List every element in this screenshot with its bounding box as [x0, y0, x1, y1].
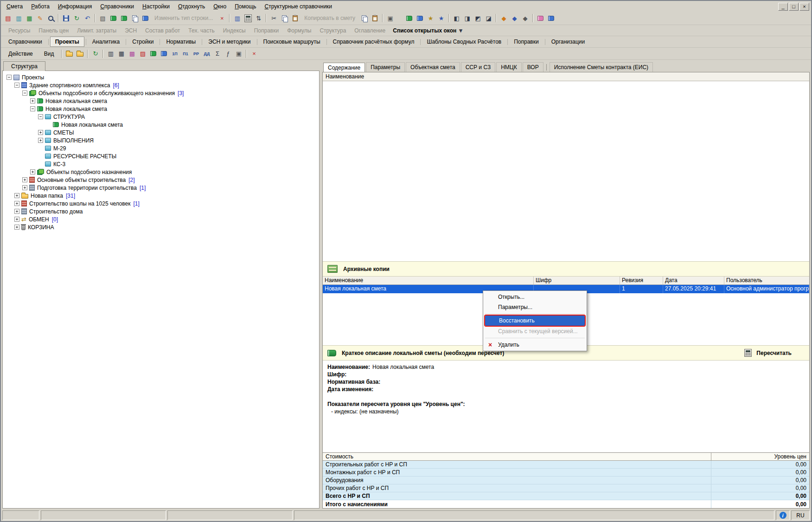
tab-stroyki[interactable]: Стройки [128, 37, 158, 46]
methods-pink-icon[interactable] [535, 13, 546, 23]
close-button[interactable]: × [799, 3, 809, 11]
menu-rabota[interactable]: Работа [27, 2, 54, 11]
tab-ssr-sz[interactable]: ССР и СЗ [461, 62, 496, 72]
copy-sheet-icon[interactable] [359, 13, 370, 23]
tree-expand-toggle[interactable] [14, 217, 19, 222]
col-revizia[interactable]: Ревизия [620, 277, 663, 284]
properties-icon[interactable]: ▣ [385, 13, 396, 23]
resources-icon[interactable]: ◆ [499, 13, 509, 23]
menu-nastroyki[interactable]: Настройки [138, 2, 174, 11]
tree-item-house[interactable]: Строительство дома [4, 207, 318, 215]
renumber-icon[interactable]: 1П [169, 49, 180, 59]
parent-folder-icon[interactable] [64, 49, 75, 59]
estimate-variant-icon[interactable] [140, 13, 151, 23]
structure-tree-alt-icon[interactable]: ▥ [13, 13, 24, 23]
tab-soderzhanie[interactable]: Содержание [323, 63, 365, 72]
menu-vid[interactable]: Вид [38, 49, 60, 58]
refresh-icon[interactable]: ↻ [71, 13, 82, 23]
view-grid-icon[interactable]: ▦ [116, 49, 127, 59]
tree-item-smety[interactable]: СМЕТЫ [4, 129, 318, 136]
menu-spravochniki[interactable]: Справочники [96, 2, 138, 11]
tree-collapse-toggle[interactable] [38, 114, 43, 119]
outline-level-4-icon[interactable]: ◪ [483, 13, 494, 23]
equipment-icon[interactable]: ◆ [520, 13, 531, 23]
tab-proekty[interactable]: Проекты [50, 37, 84, 47]
outline-level-1-icon[interactable]: ◧ [451, 13, 462, 23]
tab-structura[interactable]: Структура [3, 61, 45, 71]
tree-item-local-estimate-child[interactable]: Новая локальная смета [4, 121, 318, 129]
export-estimate-icon[interactable] [148, 49, 159, 59]
open-folder-icon[interactable] [75, 49, 85, 59]
tree-item-main-objects[interactable]: Основные объекты строительства [2] [4, 176, 318, 184]
tab-spravochniki[interactable]: Справочники [4, 37, 47, 46]
tree-item-school[interactable]: Строительство школы на 1025 человек [1] [4, 200, 318, 207]
toggle-popravki[interactable]: Поправки [250, 26, 282, 35]
totals-icon[interactable]: Σ [212, 49, 223, 59]
tree-item-sport-complex[interactable]: Здание спортивного комплекса [6] [4, 81, 318, 89]
edit-table-icon[interactable]: ✎ [35, 13, 45, 23]
tab-poiskovye-marshruty[interactable]: Поисковые маршруты [259, 37, 325, 46]
toggle-indeksy[interactable]: Индексы [219, 26, 249, 35]
tree-collapse-toggle[interactable] [22, 90, 27, 96]
tree-collapse-toggle[interactable] [6, 75, 12, 80]
import-estimate-icon[interactable] [159, 49, 169, 59]
search-icon[interactable] [45, 13, 56, 23]
menu-structural-handbooks[interactable]: Структурные справочники [261, 2, 337, 11]
tree-expand-toggle[interactable] [14, 193, 19, 198]
delete-row-icon[interactable]: × [217, 13, 227, 23]
structure-tree-icon[interactable]: ▤ [3, 13, 13, 23]
wizard-icon[interactable]: ★ [425, 13, 436, 23]
toggle-formuly[interactable]: Формулы [283, 26, 315, 35]
col-data[interactable]: Дата [663, 277, 724, 284]
paste-sheet-icon[interactable] [370, 13, 380, 23]
tab-esn-metodiki[interactable]: ЭСН и методики [204, 37, 255, 46]
numbering-icon[interactable]: П1 [180, 49, 191, 59]
col-naimenovanie[interactable]: Наименование [323, 277, 534, 284]
recalculate-button[interactable]: Пересчитать [744, 349, 805, 357]
tree-collapse-toggle[interactable] [14, 83, 19, 88]
close-view-icon[interactable]: × [249, 49, 259, 59]
tab-spravochnik-formul[interactable]: Справочник расчётных формул [328, 37, 419, 46]
tab-ispolnenie-eis[interactable]: Исполнение Сметы контракта (ЕИС) [550, 62, 653, 72]
view-mosaic-icon[interactable]: ▩ [127, 49, 137, 59]
tree-item-local-estimate-1[interactable]: Новая локальная смета [4, 97, 318, 105]
minimize-button[interactable]: _ [778, 3, 788, 11]
tree-item-new-folder[interactable]: Новая папка [31] [4, 192, 318, 200]
tree-expand-toggle[interactable] [14, 209, 19, 214]
context-menu-open[interactable]: Открыть... [484, 292, 586, 302]
period-icon[interactable]: РР [191, 49, 201, 59]
save-icon[interactable] [61, 13, 71, 23]
tree-item-projects[interactable]: Проекты [4, 73, 318, 81]
output-forms-icon[interactable] [415, 13, 425, 23]
tree-expand-toggle[interactable] [14, 225, 19, 230]
tree-item-m29[interactable]: М-29 [4, 144, 318, 152]
tree-expand-toggle[interactable] [38, 130, 43, 135]
methods-blue-icon[interactable] [546, 13, 556, 23]
tab-nmck[interactable]: НМЦК [496, 62, 522, 72]
preview-icon[interactable]: ▧ [97, 13, 108, 23]
outline-level-2-icon[interactable]: ◨ [462, 13, 473, 23]
paste-icon[interactable] [290, 13, 301, 23]
tree-item-aux-objects-2[interactable]: Объекты подсобного назначения [4, 168, 318, 176]
date-icon[interactable]: ДД [201, 49, 212, 59]
formula-icon[interactable]: ƒ [223, 49, 233, 59]
tab-parametry[interactable]: Параметры [366, 62, 405, 72]
tree-expand-toggle[interactable] [38, 138, 43, 143]
toggle-tech-chast[interactable]: Тех. часть [185, 26, 218, 35]
toggle-panel-cen[interactable]: Панель цен [35, 26, 72, 35]
copy-estimate-icon[interactable] [129, 13, 140, 23]
grid-setup-icon[interactable]: ▣ [233, 49, 244, 59]
create-estimate-icon[interactable] [108, 13, 119, 23]
open-windows-list-button[interactable]: Список открытых окон ▾ [390, 26, 465, 35]
open-estimate-icon[interactable] [119, 13, 129, 23]
tree-collapse-toggle[interactable] [30, 106, 35, 111]
sort-rows-icon[interactable]: ⇅ [253, 13, 264, 23]
menu-smeta[interactable]: Смета [2, 2, 27, 11]
toggle-resursy[interactable]: Ресурсы [5, 26, 34, 35]
toggle-esn[interactable]: ЭСН [121, 26, 141, 35]
refresh-view-icon[interactable]: ↻ [90, 49, 101, 59]
col-shifr[interactable]: Шифр [534, 277, 620, 284]
menu-pomosch[interactable]: Помощь [230, 2, 260, 11]
tree-item-ks3[interactable]: КС-3 [4, 160, 318, 168]
tree-item-korzina[interactable]: КОРЗИНА [4, 223, 318, 231]
